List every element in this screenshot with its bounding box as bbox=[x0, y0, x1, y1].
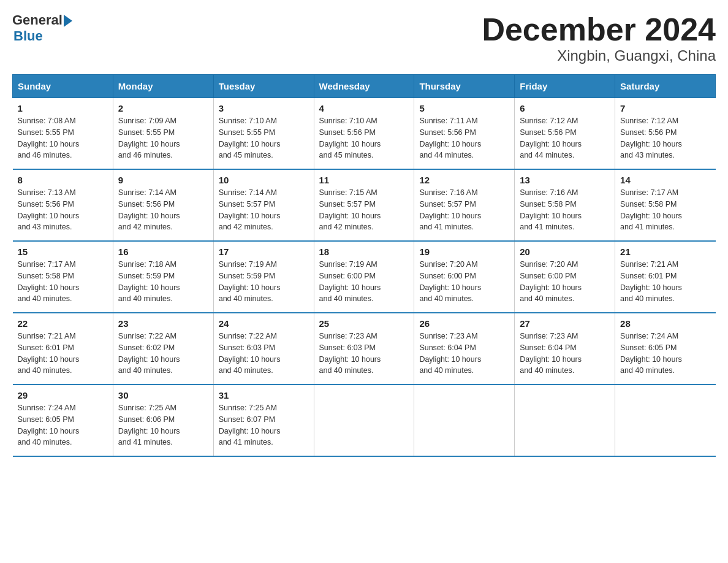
day-number: 5 bbox=[419, 103, 509, 113]
calendar-table: SundayMondayTuesdayWednesdayThursdayFrid… bbox=[12, 74, 716, 457]
calendar-cell: 20Sunrise: 7:20 AMSunset: 6:00 PMDayligh… bbox=[515, 241, 615, 313]
calendar-subtitle: Xingbin, Guangxi, China bbox=[482, 47, 716, 64]
day-info: Sunrise: 7:16 AMSunset: 5:58 PMDaylight:… bbox=[520, 187, 610, 233]
calendar-cell: 22Sunrise: 7:21 AMSunset: 6:01 PMDayligh… bbox=[13, 313, 113, 385]
day-info: Sunrise: 7:16 AMSunset: 5:57 PMDaylight:… bbox=[419, 187, 509, 233]
day-info: Sunrise: 7:25 AMSunset: 6:07 PMDaylight:… bbox=[219, 402, 309, 448]
day-info: Sunrise: 7:13 AMSunset: 5:56 PMDaylight:… bbox=[18, 187, 108, 233]
calendar-cell: 24Sunrise: 7:22 AMSunset: 6:03 PMDayligh… bbox=[213, 313, 314, 385]
week-row-2: 8Sunrise: 7:13 AMSunset: 5:56 PMDaylight… bbox=[13, 169, 716, 241]
calendar-cell: 30Sunrise: 7:25 AMSunset: 6:06 PMDayligh… bbox=[113, 385, 213, 456]
day-number: 11 bbox=[319, 175, 409, 185]
calendar-cell bbox=[615, 385, 716, 456]
day-info: Sunrise: 7:19 AMSunset: 5:59 PMDaylight:… bbox=[219, 259, 309, 305]
day-info: Sunrise: 7:19 AMSunset: 6:00 PMDaylight:… bbox=[319, 259, 409, 305]
day-number: 19 bbox=[419, 247, 509, 257]
day-number: 4 bbox=[319, 103, 409, 113]
day-info: Sunrise: 7:24 AMSunset: 6:05 PMDaylight:… bbox=[18, 402, 108, 448]
calendar-header-row: SundayMondayTuesdayWednesdayThursdayFrid… bbox=[13, 75, 716, 98]
day-number: 24 bbox=[219, 318, 309, 329]
calendar-cell: 16Sunrise: 7:18 AMSunset: 5:59 PMDayligh… bbox=[113, 241, 213, 313]
calendar-title: December 2024 bbox=[482, 12, 716, 47]
calendar-cell: 4Sunrise: 7:10 AMSunset: 5:56 PMDaylight… bbox=[314, 98, 414, 170]
day-info: Sunrise: 7:14 AMSunset: 5:56 PMDaylight:… bbox=[118, 187, 208, 233]
header-friday: Friday bbox=[515, 75, 615, 98]
logo-blue-text: Blue bbox=[13, 28, 43, 44]
day-info: Sunrise: 7:14 AMSunset: 5:57 PMDaylight:… bbox=[219, 187, 309, 233]
day-info: Sunrise: 7:10 AMSunset: 5:55 PMDaylight:… bbox=[219, 115, 309, 161]
calendar-cell: 17Sunrise: 7:19 AMSunset: 5:59 PMDayligh… bbox=[213, 241, 314, 313]
calendar-cell bbox=[414, 385, 515, 456]
day-info: Sunrise: 7:22 AMSunset: 6:03 PMDaylight:… bbox=[219, 331, 309, 377]
day-number: 21 bbox=[620, 247, 710, 257]
calendar-cell bbox=[515, 385, 615, 456]
header-tuesday: Tuesday bbox=[213, 75, 314, 98]
header-saturday: Saturday bbox=[615, 75, 716, 98]
day-number: 22 bbox=[18, 318, 108, 329]
day-number: 16 bbox=[118, 247, 208, 257]
day-info: Sunrise: 7:23 AMSunset: 6:04 PMDaylight:… bbox=[520, 331, 610, 377]
logo-triangle-icon bbox=[64, 15, 72, 27]
day-info: Sunrise: 7:15 AMSunset: 5:57 PMDaylight:… bbox=[319, 187, 409, 233]
day-info: Sunrise: 7:20 AMSunset: 6:00 PMDaylight:… bbox=[520, 259, 610, 305]
day-info: Sunrise: 7:12 AMSunset: 5:56 PMDaylight:… bbox=[620, 115, 710, 161]
calendar-cell: 13Sunrise: 7:16 AMSunset: 5:58 PMDayligh… bbox=[515, 169, 615, 241]
calendar-cell: 8Sunrise: 7:13 AMSunset: 5:56 PMDaylight… bbox=[13, 169, 113, 241]
calendar-cell: 25Sunrise: 7:23 AMSunset: 6:03 PMDayligh… bbox=[314, 313, 414, 385]
day-number: 2 bbox=[118, 103, 208, 113]
day-info: Sunrise: 7:23 AMSunset: 6:03 PMDaylight:… bbox=[319, 331, 409, 377]
calendar-cell: 7Sunrise: 7:12 AMSunset: 5:56 PMDaylight… bbox=[615, 98, 716, 170]
day-number: 6 bbox=[520, 103, 610, 113]
calendar-cell: 12Sunrise: 7:16 AMSunset: 5:57 PMDayligh… bbox=[414, 169, 515, 241]
day-number: 8 bbox=[18, 175, 108, 185]
day-number: 18 bbox=[319, 247, 409, 257]
day-number: 10 bbox=[219, 175, 309, 185]
day-number: 26 bbox=[419, 318, 509, 329]
calendar-cell: 3Sunrise: 7:10 AMSunset: 5:55 PMDaylight… bbox=[213, 98, 314, 170]
calendar-cell: 29Sunrise: 7:24 AMSunset: 6:05 PMDayligh… bbox=[13, 385, 113, 456]
week-row-4: 22Sunrise: 7:21 AMSunset: 6:01 PMDayligh… bbox=[13, 313, 716, 385]
day-number: 23 bbox=[118, 318, 208, 329]
calendar-cell: 18Sunrise: 7:19 AMSunset: 6:00 PMDayligh… bbox=[314, 241, 414, 313]
day-number: 25 bbox=[319, 318, 409, 329]
day-info: Sunrise: 7:12 AMSunset: 5:56 PMDaylight:… bbox=[520, 115, 610, 161]
day-info: Sunrise: 7:08 AMSunset: 5:55 PMDaylight:… bbox=[18, 115, 108, 161]
day-info: Sunrise: 7:25 AMSunset: 6:06 PMDaylight:… bbox=[118, 402, 208, 448]
week-row-5: 29Sunrise: 7:24 AMSunset: 6:05 PMDayligh… bbox=[13, 385, 716, 456]
day-info: Sunrise: 7:20 AMSunset: 6:00 PMDaylight:… bbox=[419, 259, 509, 305]
calendar-cell: 26Sunrise: 7:23 AMSunset: 6:04 PMDayligh… bbox=[414, 313, 515, 385]
calendar-cell bbox=[314, 385, 414, 456]
day-info: Sunrise: 7:09 AMSunset: 5:55 PMDaylight:… bbox=[118, 115, 208, 161]
day-number: 17 bbox=[219, 247, 309, 257]
calendar-cell: 10Sunrise: 7:14 AMSunset: 5:57 PMDayligh… bbox=[213, 169, 314, 241]
day-info: Sunrise: 7:18 AMSunset: 5:59 PMDaylight:… bbox=[118, 259, 208, 305]
day-number: 12 bbox=[419, 175, 509, 185]
calendar-cell: 15Sunrise: 7:17 AMSunset: 5:58 PMDayligh… bbox=[13, 241, 113, 313]
calendar-cell: 27Sunrise: 7:23 AMSunset: 6:04 PMDayligh… bbox=[515, 313, 615, 385]
calendar-cell: 21Sunrise: 7:21 AMSunset: 6:01 PMDayligh… bbox=[615, 241, 716, 313]
day-info: Sunrise: 7:24 AMSunset: 6:05 PMDaylight:… bbox=[620, 331, 710, 377]
day-number: 27 bbox=[520, 318, 610, 329]
day-info: Sunrise: 7:22 AMSunset: 6:02 PMDaylight:… bbox=[118, 331, 208, 377]
calendar-cell: 11Sunrise: 7:15 AMSunset: 5:57 PMDayligh… bbox=[314, 169, 414, 241]
calendar-cell: 9Sunrise: 7:14 AMSunset: 5:56 PMDaylight… bbox=[113, 169, 213, 241]
calendar-cell: 31Sunrise: 7:25 AMSunset: 6:07 PMDayligh… bbox=[213, 385, 314, 456]
calendar-cell: 23Sunrise: 7:22 AMSunset: 6:02 PMDayligh… bbox=[113, 313, 213, 385]
calendar-cell: 5Sunrise: 7:11 AMSunset: 5:56 PMDaylight… bbox=[414, 98, 515, 170]
page-header: General Blue December 2024 Xingbin, Guan… bbox=[12, 12, 716, 64]
day-info: Sunrise: 7:21 AMSunset: 6:01 PMDaylight:… bbox=[18, 331, 108, 377]
day-number: 14 bbox=[620, 175, 710, 185]
calendar-cell: 28Sunrise: 7:24 AMSunset: 6:05 PMDayligh… bbox=[615, 313, 716, 385]
day-info: Sunrise: 7:17 AMSunset: 5:58 PMDaylight:… bbox=[620, 187, 710, 233]
day-number: 31 bbox=[219, 390, 309, 400]
header-thursday: Thursday bbox=[414, 75, 515, 98]
day-number: 15 bbox=[18, 247, 108, 257]
week-row-1: 1Sunrise: 7:08 AMSunset: 5:55 PMDaylight… bbox=[13, 98, 716, 170]
day-number: 1 bbox=[18, 103, 108, 113]
day-info: Sunrise: 7:11 AMSunset: 5:56 PMDaylight:… bbox=[419, 115, 509, 161]
day-number: 30 bbox=[118, 390, 208, 400]
day-number: 28 bbox=[620, 318, 710, 329]
day-number: 9 bbox=[118, 175, 208, 185]
logo: General Blue bbox=[12, 12, 72, 44]
calendar-cell: 1Sunrise: 7:08 AMSunset: 5:55 PMDaylight… bbox=[13, 98, 113, 170]
